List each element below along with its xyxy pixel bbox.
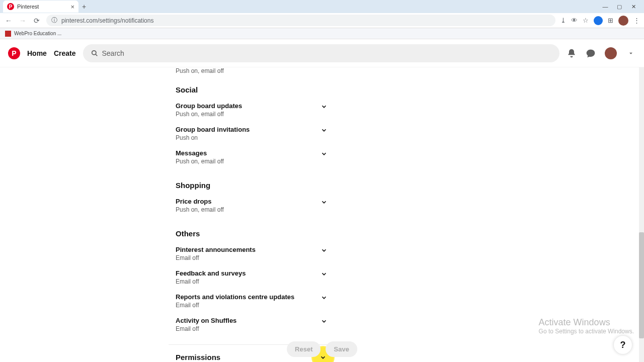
pinterest-logo[interactable]: P bbox=[8, 47, 20, 59]
pinterest-header: P Home Create Search bbox=[0, 39, 644, 67]
toolbar-right: ⤓ 👁 ☆ ⊞ ⋮ bbox=[560, 16, 640, 26]
chevron-down-icon[interactable] bbox=[320, 127, 328, 134]
section-others-title: Others bbox=[169, 229, 480, 238]
address-bar: ← → ⟳ ⓘ pinterest.com/settings/notificat… bbox=[0, 13, 644, 28]
profile-avatar[interactable] bbox=[605, 47, 617, 59]
row-title: Feedback and surveys bbox=[176, 269, 323, 277]
site-info-icon[interactable]: ⓘ bbox=[51, 16, 57, 25]
row-status: Push on, email off bbox=[176, 206, 323, 213]
row-price-drops[interactable]: Price drops Push on, email off bbox=[169, 195, 330, 218]
browser-tab[interactable]: P Pinterest × bbox=[3, 1, 78, 13]
svg-point-0 bbox=[92, 50, 96, 54]
row-activity-shuffles[interactable]: Activity on Shuffles Email off bbox=[169, 314, 330, 337]
chevron-down-icon[interactable] bbox=[320, 103, 328, 110]
chevron-down-icon[interactable] bbox=[320, 247, 328, 254]
row-title: Group board updates bbox=[176, 102, 323, 110]
row-status: Push on, email off bbox=[176, 111, 323, 118]
save-button[interactable]: Save bbox=[326, 341, 357, 357]
minimize-icon[interactable]: — bbox=[602, 4, 609, 10]
help-button[interactable]: ? bbox=[614, 336, 632, 354]
scrollbar-thumb[interactable] bbox=[639, 232, 644, 338]
row-messages[interactable]: Messages Push on, email off bbox=[169, 146, 330, 170]
tab-title: Pinterest bbox=[17, 4, 39, 10]
browser-chrome: P Pinterest × + — ▢ ✕ ← → ⟳ ⓘ pinterest.… bbox=[0, 0, 644, 39]
back-icon[interactable]: ← bbox=[4, 16, 13, 25]
install-app-icon[interactable]: ⤓ bbox=[560, 17, 566, 24]
row-group-board-invitations[interactable]: Group board invitations Push on bbox=[169, 123, 330, 146]
pinterest-favicon: P bbox=[7, 3, 14, 10]
section-social-title: Social bbox=[169, 85, 480, 94]
row-status: Email off bbox=[176, 254, 323, 261]
nav-home[interactable]: Home bbox=[27, 49, 47, 57]
row-status: Push on, email off bbox=[176, 158, 323, 165]
svg-line-1 bbox=[95, 54, 97, 56]
chevron-down-icon[interactable] bbox=[320, 270, 328, 278]
row-title: Activity on Shuffles bbox=[176, 317, 323, 324]
chevron-down-icon[interactable] bbox=[320, 199, 328, 206]
row-pinterest-announcements[interactable]: Pinterest announcements Email off bbox=[169, 243, 330, 266]
row-feedback-surveys[interactable]: Feedback and surveys Email off bbox=[169, 266, 330, 290]
row-status: Push on bbox=[176, 134, 323, 141]
row-title: Group board invitations bbox=[176, 126, 323, 133]
reload-icon[interactable]: ⟳ bbox=[32, 16, 41, 25]
messages-icon[interactable] bbox=[586, 48, 596, 58]
kebab-menu-icon[interactable]: ⋮ bbox=[633, 17, 640, 24]
new-tab-button[interactable]: + bbox=[78, 3, 90, 11]
row-reports-violations[interactable]: Reports and violations centre updates Em… bbox=[169, 290, 330, 314]
maximize-icon[interactable]: ▢ bbox=[616, 4, 623, 10]
forward-icon[interactable]: → bbox=[18, 16, 27, 25]
scrollbar-track[interactable] bbox=[639, 67, 644, 362]
row-title: Reports and violations centre updates bbox=[176, 293, 323, 301]
notifications-settings: Push on, email off Social Group board up… bbox=[164, 67, 480, 362]
bookmarks-bar: WebPro Education ... bbox=[0, 28, 644, 39]
bookmark-favicon bbox=[5, 31, 11, 37]
row-status: Email off bbox=[176, 302, 323, 309]
search-icon bbox=[91, 50, 98, 57]
notifications-icon[interactable] bbox=[567, 48, 577, 58]
row-title: Messages bbox=[176, 149, 323, 157]
close-window-icon[interactable]: ✕ bbox=[630, 4, 637, 10]
search-placeholder: Search bbox=[102, 49, 124, 57]
url-text: pinterest.com/settings/notifications bbox=[61, 17, 153, 24]
tab-bar: P Pinterest × + — ▢ ✕ bbox=[0, 0, 644, 13]
bookmark-item[interactable]: WebPro Education ... bbox=[14, 31, 61, 36]
url-field[interactable]: ⓘ pinterest.com/settings/notifications bbox=[46, 15, 555, 26]
row-title: Pinterest announcements bbox=[176, 246, 323, 253]
footer-actions: Reset Save bbox=[287, 341, 357, 357]
row-status: Email off bbox=[176, 325, 323, 332]
chevron-down-icon[interactable] bbox=[320, 294, 328, 301]
row-group-board-updates[interactable]: Group board updates Push on, email off bbox=[169, 99, 330, 123]
window-controls: — ▢ ✕ bbox=[602, 4, 641, 10]
reset-button[interactable]: Reset bbox=[287, 341, 320, 357]
search-box[interactable]: Search bbox=[83, 44, 560, 62]
chevron-down-icon[interactable] bbox=[320, 150, 328, 157]
bookmark-star-icon[interactable]: ☆ bbox=[583, 17, 589, 24]
row-status: Email off bbox=[176, 278, 323, 285]
settings-content: Push on, email off Social Group board up… bbox=[0, 67, 644, 362]
extensions-menu-icon[interactable]: ⊞ bbox=[608, 17, 613, 24]
prev-row-status: Push on, email off bbox=[169, 67, 480, 74]
header-actions bbox=[567, 47, 636, 59]
row-title: Price drops bbox=[176, 198, 323, 205]
account-menu-chevron-icon[interactable] bbox=[626, 48, 636, 58]
incognito-icon[interactable]: 👁 bbox=[571, 17, 578, 24]
profile-avatar-browser[interactable] bbox=[618, 16, 628, 26]
close-tab-icon[interactable]: × bbox=[70, 3, 74, 11]
chevron-down-icon[interactable] bbox=[320, 318, 328, 325]
nav-create[interactable]: Create bbox=[54, 49, 76, 57]
extension-icon[interactable] bbox=[594, 16, 603, 25]
section-shopping-title: Shopping bbox=[169, 181, 480, 190]
